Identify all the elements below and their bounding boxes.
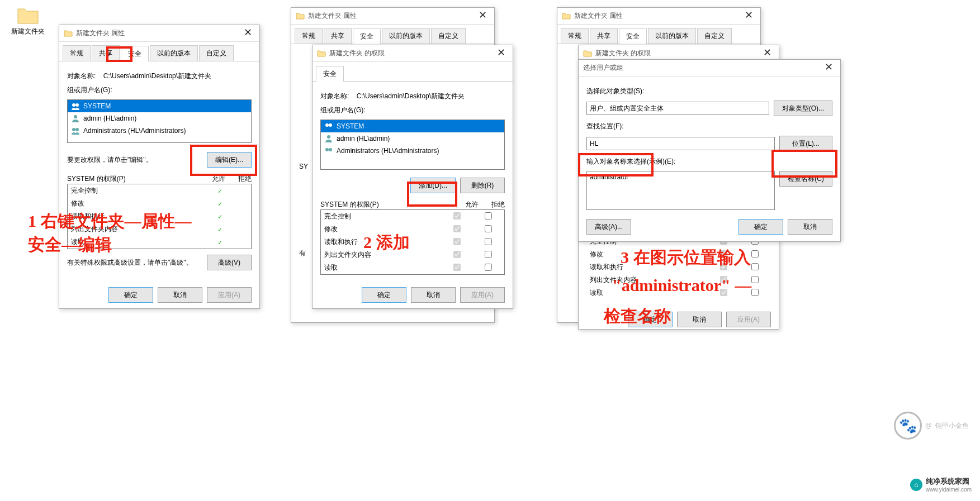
location-button[interactable]: 位置(L)... xyxy=(779,136,832,151)
user-row-admin[interactable]: admin (HL\admin) xyxy=(68,112,251,125)
tab-custom[interactable]: 自定义 xyxy=(431,28,466,44)
allow-checkbox[interactable] xyxy=(453,238,461,245)
allow-checkbox[interactable] xyxy=(453,212,461,220)
window-title: 新建文件夹 属性 xyxy=(574,11,756,21)
permissions-title: SYSTEM 的权限(P) xyxy=(67,174,126,184)
cancel-button[interactable]: 取消 xyxy=(788,219,832,235)
close-button[interactable]: ✕ xyxy=(239,26,256,39)
check-names-button[interactable]: 检查名称(C) xyxy=(779,171,832,187)
object-name-label: 对象名称: xyxy=(67,72,96,80)
object-path: C:\Users\admin\Desktop\新建文件夹 xyxy=(357,92,465,100)
folder-icon xyxy=(317,50,326,58)
tab-general[interactable]: 常规 xyxy=(561,28,589,44)
close-button[interactable]: ✕ xyxy=(820,61,837,73)
object-name-input[interactable]: administrator xyxy=(586,171,775,210)
edit-hint: 要更改权限，请单击"编辑"。 xyxy=(67,155,153,165)
titlebar[interactable]: 新建文件夹 属性 ✕ xyxy=(59,25,259,42)
svg-point-9 xyxy=(329,148,332,151)
svg-point-0 xyxy=(72,103,75,107)
groups-label: 组或用户名(G): xyxy=(67,85,252,95)
tab-share[interactable]: 共享 xyxy=(590,28,618,44)
folder-icon xyxy=(583,50,592,58)
apply-button[interactable]: 应用(A) xyxy=(207,287,252,303)
annotation-step3c: 检查名称 xyxy=(604,304,671,328)
apply-button[interactable]: 应用(A) xyxy=(460,287,505,303)
location-field[interactable] xyxy=(586,137,775,150)
tab-share[interactable]: 共享 xyxy=(92,45,120,61)
folder-icon xyxy=(17,6,39,27)
annotation-step2: 2 添加 xyxy=(363,231,410,254)
edit-button[interactable]: 编辑(E)... xyxy=(207,152,252,168)
user-row-system[interactable]: SYSTEM xyxy=(321,120,504,132)
deny-checkbox[interactable] xyxy=(751,263,759,270)
remove-button[interactable]: 删除(R) xyxy=(460,178,505,193)
window-title: 新建文件夹 的权限 xyxy=(595,49,774,58)
apply-button[interactable]: 应用(A) xyxy=(726,312,771,327)
object-type-label: 选择此对象类型(S): xyxy=(586,87,832,96)
user-row-administrators[interactable]: Administrators (HL\Administrators) xyxy=(68,125,251,137)
window-title: 新建文件夹 的权限 xyxy=(329,49,508,58)
deny-checkbox[interactable] xyxy=(485,225,492,232)
users-listbox[interactable]: SYSTEM admin (HL\admin) Administrators (… xyxy=(67,99,252,143)
badge-url: www.yidaimei.com xyxy=(926,486,972,493)
tab-share[interactable]: 共享 xyxy=(324,28,352,44)
deny-checkbox[interactable] xyxy=(485,251,492,258)
perm-row: 读取 xyxy=(321,261,504,274)
tab-security[interactable]: 安全 xyxy=(121,46,149,61)
svg-point-6 xyxy=(329,123,332,127)
tab-previous[interactable]: 以前的版本 xyxy=(648,28,696,44)
col-allow: 允许 xyxy=(465,201,479,208)
check-icon: ✓ xyxy=(218,187,222,195)
user-row-system[interactable]: SYSTEM xyxy=(68,100,251,112)
tab-security[interactable]: 安全 xyxy=(316,66,344,82)
tab-previous[interactable]: 以前的版本 xyxy=(150,45,198,61)
tab-security[interactable]: 安全 xyxy=(619,28,647,44)
permissions-list[interactable]: 完全控制 修改 读取和执行 列出文件夹内容 读取 xyxy=(320,209,505,275)
deny-checkbox[interactable] xyxy=(751,250,759,257)
close-button[interactable]: ✕ xyxy=(759,46,775,59)
tab-general[interactable]: 常规 xyxy=(295,28,323,44)
cancel-button[interactable]: 取消 xyxy=(411,287,456,303)
tab-custom[interactable]: 自定义 xyxy=(697,28,732,44)
tab-previous[interactable]: 以前的版本 xyxy=(382,28,430,44)
perm-row: 修改 xyxy=(321,223,504,236)
advanced-button[interactable]: 高级(V) xyxy=(207,255,252,270)
tab-general[interactable]: 常规 xyxy=(63,45,91,61)
add-button[interactable]: 添加(D)... xyxy=(410,178,456,193)
col-deny: 拒绝 xyxy=(491,201,505,208)
permissions-dialog-2: 新建文件夹 的权限✕ 安全 对象名称: C:\Users\admin\Deskt… xyxy=(312,45,513,309)
annotation-step3a: 3 在图示位置输入 xyxy=(621,246,751,269)
cancel-button[interactable]: 取消 xyxy=(158,287,202,303)
object-type-field[interactable] xyxy=(586,102,769,115)
svg-point-3 xyxy=(72,128,75,131)
close-button[interactable]: ✕ xyxy=(493,46,509,59)
object-types-button[interactable]: 对象类型(O)... xyxy=(774,101,832,116)
ok-button[interactable]: 确定 xyxy=(362,287,406,303)
advanced-button[interactable]: 高级(A)... xyxy=(586,219,631,235)
user-row-admin[interactable]: admin (HL\admin) xyxy=(321,132,504,145)
svg-point-4 xyxy=(75,128,79,131)
check-icon: ✓ xyxy=(218,238,222,246)
deny-checkbox[interactable] xyxy=(485,238,492,245)
allow-checkbox[interactable] xyxy=(453,251,461,258)
window-title: 新建文件夹 属性 xyxy=(76,28,255,38)
deny-checkbox[interactable] xyxy=(751,276,759,283)
desktop-folder[interactable]: 新建文件夹 xyxy=(11,6,45,36)
tab-custom[interactable]: 自定义 xyxy=(199,45,234,61)
annotation-step1: 1 右键文件夹—属性— 安全—编辑 xyxy=(28,209,192,256)
deny-checkbox[interactable] xyxy=(485,264,492,271)
user-icon xyxy=(71,114,80,123)
close-button[interactable]: ✕ xyxy=(740,9,757,21)
users-listbox[interactable]: SYSTEM admin (HL\admin) Administrators (… xyxy=(320,120,505,170)
deny-checkbox[interactable] xyxy=(485,212,492,220)
ok-button[interactable]: 确定 xyxy=(738,219,783,235)
user-row-administrators[interactable]: Administrators (HL\Administrators) xyxy=(321,145,504,157)
tab-security[interactable]: 安全 xyxy=(353,28,381,44)
allow-checkbox[interactable] xyxy=(453,225,461,232)
allow-checkbox[interactable] xyxy=(453,264,461,271)
deny-checkbox[interactable] xyxy=(751,289,759,296)
close-button[interactable]: ✕ xyxy=(474,9,491,21)
ok-button[interactable]: 确定 xyxy=(108,287,153,303)
cancel-button[interactable]: 取消 xyxy=(677,312,722,327)
window-title: 新建文件夹 属性 xyxy=(308,11,490,21)
